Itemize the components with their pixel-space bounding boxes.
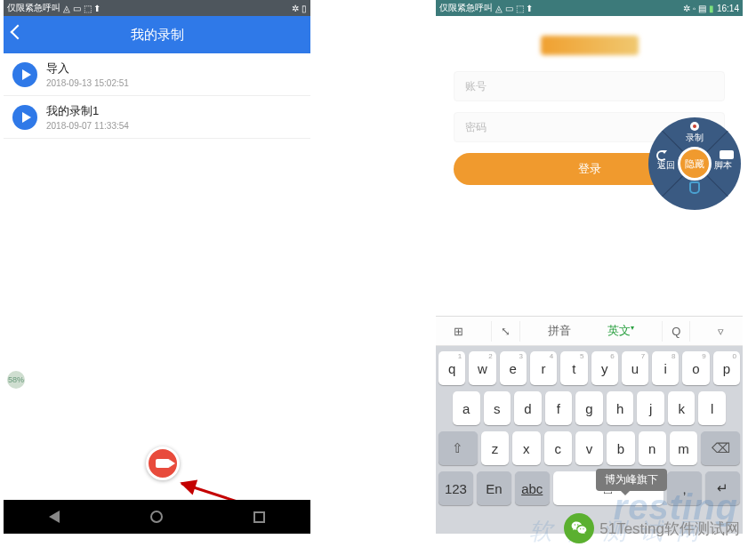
key-s[interactable]: s bbox=[484, 391, 511, 425]
status-icons: ◬ ▭ ⬚ ⬆ bbox=[495, 4, 533, 13]
password-placeholder: 密码 bbox=[465, 120, 487, 135]
key-v[interactable]: v bbox=[575, 431, 603, 465]
key-c[interactable]: c bbox=[544, 431, 572, 465]
wechat-icon bbox=[564, 513, 594, 543]
record-fab[interactable] bbox=[146, 446, 180, 480]
battery-icon: ▮ bbox=[709, 4, 714, 13]
radial-back[interactable]: 返回 bbox=[653, 159, 680, 172]
key-row-2: asdfghjkl bbox=[438, 391, 740, 425]
key-i[interactable]: i8 bbox=[652, 351, 679, 385]
recording-title: 我的录制1 bbox=[46, 103, 129, 119]
key-g[interactable]: g bbox=[575, 391, 603, 425]
key-w[interactable]: w2 bbox=[469, 351, 495, 385]
key-row-1: q1w2e3r4t5y6u7i8o9p0 bbox=[438, 351, 740, 385]
username-placeholder: 账号 bbox=[465, 79, 487, 94]
android-navbar bbox=[4, 500, 310, 534]
key-z[interactable]: z bbox=[481, 431, 509, 465]
recording-item[interactable]: 我的录制1 2018-09-07 11:33:54 bbox=[4, 96, 310, 139]
comma-key[interactable]: , bbox=[667, 471, 702, 505]
battery-icon: ▯ bbox=[302, 4, 307, 13]
key-t[interactable]: t5 bbox=[560, 351, 587, 385]
key-h[interactable]: h bbox=[607, 391, 634, 425]
lang-key[interactable]: En bbox=[477, 471, 511, 505]
key-l[interactable]: l bbox=[698, 391, 726, 425]
status-icons: ◬ ▭ ⬚ ⬆ bbox=[63, 4, 101, 13]
key-e[interactable]: e3 bbox=[500, 351, 527, 385]
key-⌫[interactable]: ⌫ bbox=[701, 431, 740, 465]
phone-right-login: 仅限紧急呼叫 ◬ ▭ ⬚ ⬆ ✲ ◦ ▤ ▮ 16:14 账号 密码 登录 录制… bbox=[436, 0, 743, 534]
ime-collapse-icon[interactable]: ▿ bbox=[709, 321, 733, 342]
ime-grid-icon[interactable]: ⊞ bbox=[445, 321, 472, 342]
status-bar: 仅限紧急呼叫 ◬ ▭ ⬚ ⬆ ✲ ▯ bbox=[4, 0, 310, 16]
abc-key[interactable]: abc bbox=[515, 471, 550, 505]
nav-recent-icon[interactable] bbox=[253, 511, 265, 523]
app-logo bbox=[541, 36, 639, 55]
key-j[interactable]: j bbox=[637, 391, 664, 425]
play-icon[interactable] bbox=[12, 105, 37, 130]
header: 我的录制 bbox=[4, 16, 310, 53]
key-f[interactable]: f bbox=[545, 391, 573, 425]
key-q[interactable]: q1 bbox=[438, 351, 465, 385]
key-n[interactable]: n bbox=[639, 431, 666, 465]
script-icon bbox=[720, 150, 734, 159]
clock: 16:14 bbox=[717, 4, 739, 13]
play-icon[interactable] bbox=[12, 62, 37, 87]
enter-key[interactable]: ↵ bbox=[705, 471, 740, 505]
phone-left-recordings: 仅限紧急呼叫 ◬ ▭ ⬚ ⬆ ✲ ▯ 我的录制 导入 2018-09-13 15… bbox=[4, 0, 310, 534]
radial-tool-menu[interactable]: 录制 脚本 返回 隐藏 bbox=[648, 117, 741, 210]
ime-cursor-icon[interactable]: ⤡ bbox=[491, 321, 520, 342]
key-row-4: 123 En abc ⎵ , ↵ bbox=[438, 471, 740, 505]
recording-time: 2018-09-13 15:02:51 bbox=[46, 78, 129, 88]
ime-tab-pinyin[interactable]: 拼音 bbox=[539, 319, 580, 342]
ime-prediction[interactable]: 博为峰旗下 bbox=[596, 469, 667, 491]
watermark-footer: 51Testing软件测试网 bbox=[564, 513, 740, 543]
record-dot-icon bbox=[690, 122, 699, 131]
key-p[interactable]: p0 bbox=[713, 351, 740, 385]
radial-script[interactable]: 脚本 bbox=[710, 159, 736, 172]
bt-icon: ✲ ◦ ▤ bbox=[683, 4, 706, 13]
watermark-text: 51Testing软件测试网 bbox=[599, 519, 740, 539]
recording-title: 导入 bbox=[46, 60, 129, 76]
camera-icon bbox=[156, 459, 170, 468]
ime-tab-english[interactable]: 英文▾ bbox=[599, 319, 643, 342]
status-carrier: 仅限紧急呼叫 bbox=[7, 2, 60, 14]
radial-record[interactable]: 录制 bbox=[681, 132, 708, 144]
nav-back-icon[interactable] bbox=[49, 511, 60, 523]
username-field[interactable]: 账号 bbox=[454, 71, 725, 101]
num-key[interactable]: 123 bbox=[438, 471, 473, 505]
key-a[interactable]: a bbox=[453, 391, 480, 425]
key-⇧[interactable]: ⇧ bbox=[438, 431, 478, 465]
radial-hide[interactable]: 隐藏 bbox=[678, 147, 712, 181]
key-k[interactable]: k bbox=[668, 391, 696, 425]
nav-home-icon[interactable] bbox=[150, 511, 163, 523]
ime-toolbar: ⊞ ⤡ 拼音 英文▾ Q ▿ bbox=[436, 316, 743, 346]
key-x[interactable]: x bbox=[512, 431, 540, 465]
key-m[interactable]: m bbox=[670, 431, 697, 465]
key-u[interactable]: u7 bbox=[622, 351, 648, 385]
key-b[interactable]: b bbox=[607, 431, 634, 465]
recording-time: 2018-09-07 11:33:54 bbox=[46, 121, 129, 131]
ime-search-icon[interactable]: Q bbox=[662, 321, 690, 342]
key-o[interactable]: o9 bbox=[682, 351, 709, 385]
key-y[interactable]: y6 bbox=[591, 351, 618, 385]
key-row-3: ⇧zxcvbnm⌫ bbox=[438, 431, 740, 465]
status-bar: 仅限紧急呼叫 ◬ ▭ ⬚ ⬆ ✲ ◦ ▤ ▮ 16:14 bbox=[436, 0, 743, 16]
soft-keyboard: q1w2e3r4t5y6u7i8o9p0 asdfghjkl ⇧zxcvbnm⌫… bbox=[436, 346, 743, 534]
status-carrier: 仅限紧急呼叫 bbox=[439, 2, 493, 14]
bt-icon: ✲ bbox=[292, 4, 299, 13]
lock-icon bbox=[689, 181, 700, 194]
back-icon[interactable] bbox=[11, 25, 26, 40]
key-r[interactable]: r4 bbox=[530, 351, 557, 385]
page-title: 我的录制 bbox=[131, 27, 184, 44]
key-d[interactable]: d bbox=[514, 391, 542, 425]
assist-badge[interactable]: 58% bbox=[7, 371, 25, 389]
recording-item[interactable]: 导入 2018-09-13 15:02:51 bbox=[4, 53, 310, 96]
